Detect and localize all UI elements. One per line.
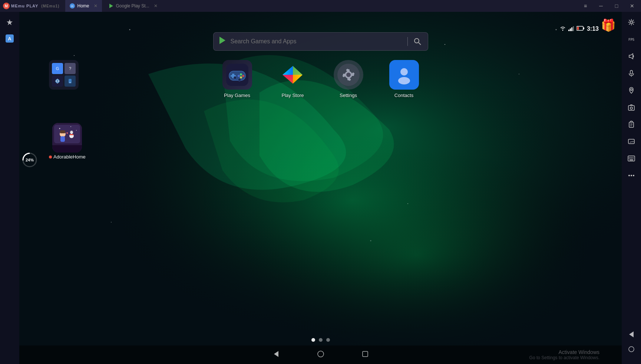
svg-point-46 [346,73,351,77]
status-bar: 3:13 [559,24,602,34]
folder-app-globe [52,76,63,87]
right-toolbar-fps-btn[interactable]: FPS [624,32,639,47]
app-settings[interactable]: Settings [332,60,365,98]
tab-home-close[interactable]: ✕ [94,3,98,9]
svg-rect-93 [633,157,634,158]
tab-playstore[interactable]: Google Play St... ✕ [104,0,162,12]
page-dot-3[interactable] [326,338,330,342]
tab-home[interactable]: H Home ✕ [65,0,102,12]
close-btn[interactable]: ✕ [625,0,640,12]
folder-box: G ? [49,60,79,90]
adorable-home-app[interactable]: ♥ AdorableHome [49,123,86,160]
svg-rect-75 [363,351,368,357]
apps-grid: Play Games [221,60,421,98]
memu-logo-icon: M [3,3,10,9]
search-bar [213,32,428,51]
svg-point-38 [240,73,242,76]
svg-rect-94 [629,158,630,159]
svg-rect-71 [70,134,73,135]
app-settings-label: Settings [340,93,357,98]
settings-icon-bg [334,60,363,90]
app-play-games-label: Play Games [224,93,250,98]
svg-point-74 [318,351,324,357]
app-contacts-label: Contacts [394,93,413,98]
svg-point-56 [400,68,408,76]
right-toolbar-more-btn[interactable] [624,168,639,183]
search-bar-container [213,32,428,51]
svg-point-103 [629,347,634,352]
settings-titlebar-btn[interactable]: ≡ [578,0,593,12]
page-dot-1[interactable] [311,338,315,342]
svg-point-99 [628,175,630,176]
svg-rect-79 [630,70,632,74]
svg-marker-15 [7,19,13,25]
app-play-games[interactable]: Play Games [221,60,254,98]
app-contacts[interactable]: Contacts [387,60,421,98]
svg-rect-16 [568,30,569,31]
page-dots [311,338,330,342]
nav-recents-btn[interactable] [361,350,369,360]
memu-logo: M MEmu PLAY (MEmu1) [3,3,59,9]
right-toolbar-settings-btn[interactable] [624,15,639,30]
svg-point-67 [71,131,72,132]
page-dot-2[interactable] [319,338,323,342]
svg-point-62 [76,130,77,131]
svg-point-66 [70,131,73,134]
gift-btn[interactable]: 🎁 [599,16,618,35]
svg-rect-18 [571,27,572,31]
search-button[interactable] [412,36,423,47]
svg-point-60 [59,128,60,129]
svg-point-101 [633,175,634,176]
play-store-icon-bg [278,60,308,90]
android-bottom-nav [19,345,622,364]
right-toolbar-keyboard-btn[interactable] [624,151,639,166]
nav-home-btn[interactable] [317,350,324,360]
adorable-home-icon-bg: ♥ [52,123,82,153]
svg-rect-90 [629,157,630,158]
titlebar-controls: ≡ ─ □ ✕ [578,0,641,12]
search-play-icon [218,36,227,47]
status-time: 3:13 [587,26,599,32]
folder-app-google: G [52,63,63,74]
titlebar-left: M MEmu PLAY (MEmu1) H Home ✕ Google Play… [0,0,162,12]
left-toolbar-star-btn[interactable] [2,15,17,30]
right-toolbar-camera-btn[interactable] [624,100,639,115]
svg-line-27 [419,43,421,45]
app-play-store[interactable]: Play Store [276,60,310,98]
svg-point-40 [238,75,240,77]
nav-back-btn[interactable] [272,350,280,360]
right-toolbar-clipboard-btn[interactable] [624,117,639,132]
svg-rect-33 [69,82,71,83]
search-divider [407,37,408,46]
right-toolbar-mic-btn[interactable] [624,66,639,81]
signal-icon [568,26,574,32]
svg-rect-72 [60,136,65,142]
right-toolbar-location-btn[interactable] [624,83,639,98]
search-input[interactable] [231,38,404,45]
svg-marker-14 [109,4,113,8]
svg-rect-91 [630,157,631,158]
battery-circle: 24% [22,152,38,168]
svg-point-26 [414,39,419,43]
right-toolbar-back-btn[interactable] [624,327,639,342]
folder-icon[interactable]: G ? [49,60,79,90]
tab-playstore-label: Google Play St... [116,3,149,9]
svg-marker-73 [274,351,278,357]
maximize-btn[interactable]: □ [609,0,624,12]
gift-icon: 🎁 [601,18,616,32]
tab-home-label: Home [77,3,89,9]
right-toolbar-volume-btn[interactable] [624,49,639,64]
svg-text:G: G [56,66,59,71]
android-screen: 3:13 🎁 24% G [19,12,622,364]
contacts-icon-bg [389,60,419,90]
right-toolbar-circle-btn[interactable] [624,342,639,357]
svg-rect-17 [570,29,571,31]
tab-playstore-close[interactable]: ✕ [154,3,158,9]
svg-point-68 [72,131,73,132]
right-toolbar-back-section [624,327,639,357]
svg-rect-70 [52,145,82,153]
right-toolbar-screenshot-btn[interactable] [624,134,639,149]
left-toolbar-a-btn[interactable]: A [2,31,17,46]
minimize-btn[interactable]: ─ [594,0,608,12]
right-toolbar: FPS [622,12,641,364]
